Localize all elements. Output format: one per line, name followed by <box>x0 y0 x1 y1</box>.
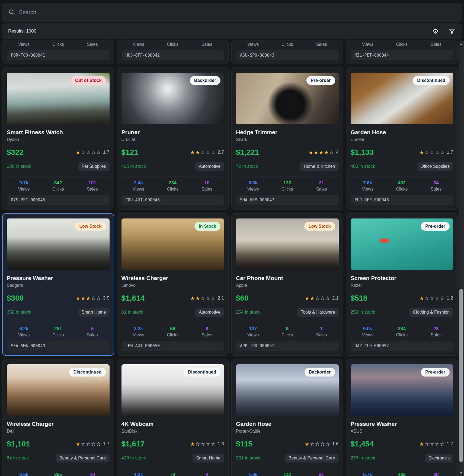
price-row: $115 ★☆☆☆☆ 1.6 <box>236 440 339 448</box>
product-card[interactable]: Discontinued 4K Webcam SanDisk $1,617 ★☆… <box>117 359 229 476</box>
product-rating: ★★☆☆☆ 2.1 <box>305 295 339 301</box>
product-card[interactable]: Backorder Garden Hose Porter-Cable $115 … <box>231 359 343 476</box>
views-count: 1.2k <box>121 472 156 476</box>
product-price: $115 <box>236 440 252 448</box>
product-card[interactable]: Discontinued Garden Hose Eureka $1,133 ★… <box>346 67 458 210</box>
product-card[interactable]: Pre-order Hedge Trimmer Shark $1,221 ★★★… <box>231 67 343 210</box>
price-row: $1,617 ★☆☆☆☆ 1.3 <box>121 440 224 448</box>
product-name: Screen Protector <box>351 275 453 281</box>
product-brand: Dell <box>7 429 110 434</box>
star-empty-icon: ☆ <box>200 441 206 447</box>
product-brand: Dyson <box>7 137 110 142</box>
scrollbar[interactable]: ▲ ▼ <box>459 41 464 476</box>
clicks-count: 56 <box>156 326 190 332</box>
sales-count: 28 <box>419 472 453 476</box>
search-input[interactable] <box>19 9 456 15</box>
views-label: Views <box>351 187 385 192</box>
sales-label: Sales <box>419 42 453 47</box>
star-filled-icon: ★ <box>309 150 314 155</box>
scroll-down-icon[interactable]: ▼ <box>459 471 464 475</box>
category-tag: Smart Home <box>78 308 110 317</box>
sales-count: 21 <box>304 472 338 476</box>
product-card-partial[interactable]: Views Clicks Sales HUS-OFF-000042 <box>117 40 229 64</box>
product-brand: Crucial <box>121 137 224 142</box>
stock-row: 428 in stock Smart Home <box>121 454 224 462</box>
star-empty-icon: ☆ <box>211 441 216 447</box>
stats-row: Views Clicks Sales <box>7 41 110 47</box>
views-label: Views <box>121 187 156 192</box>
results-bar: Results: 1000 ⚙ <box>2 23 462 39</box>
star-filled-icon: ★ <box>190 441 195 447</box>
clicks-label: Clicks <box>270 42 304 47</box>
status-badge: Discontinued <box>413 76 450 85</box>
sales-count: 101 <box>75 180 109 186</box>
stats-row: 2.4k Views 234 Clicks 10 Sales <box>121 176 224 195</box>
status-badge: Backorder <box>305 368 335 377</box>
star-empty-icon: ☆ <box>430 295 435 301</box>
price-row: $1,454 ★☆☆☆☆ 1.7 <box>351 440 453 448</box>
stock-count: 426 in stock <box>121 164 146 169</box>
star-rating-icons: ★★★☆☆ <box>76 296 101 301</box>
star-filled-icon: ★ <box>419 150 424 155</box>
sales-label: Sales <box>419 333 453 337</box>
product-rating: ★☆☆☆☆ 1.7 <box>419 150 453 155</box>
product-card[interactable]: Pre-order Pressure Washer ASUS $1,454 ★☆… <box>346 359 458 476</box>
star-filled-icon: ★ <box>419 295 424 301</box>
stats-row: 6.7k Views 482 Clicks 28 Sales <box>351 468 453 476</box>
product-rating: ★★☆☆☆ 2.1 <box>190 295 224 301</box>
product-image: Discontinued <box>351 73 453 124</box>
gear-icon[interactable]: ⚙ <box>431 27 440 35</box>
clicks-label: Clicks <box>156 187 190 192</box>
product-image: Pre-order <box>351 218 453 270</box>
clicks-count: 112 <box>270 472 304 476</box>
star-filled-icon: ★ <box>76 295 81 301</box>
views-label: Views <box>121 333 156 337</box>
stock-count: 259 in stock <box>351 310 375 315</box>
status-badge: Pre-order <box>421 368 450 377</box>
star-empty-icon: ☆ <box>206 295 211 301</box>
stock-count: 276 in stock <box>351 455 375 461</box>
star-empty-icon: ☆ <box>195 441 200 447</box>
price-row: $1,221 ★★★★☆ 4 <box>236 148 339 157</box>
product-card[interactable]: Discontinued Wireless Charger Dell $1,10… <box>2 359 114 476</box>
product-card-partial[interactable]: Views Clicks Sales MIL-PET-000044 <box>346 40 458 64</box>
clicks-count: 251 <box>41 326 75 332</box>
star-empty-icon: ☆ <box>435 441 440 447</box>
scroll-up-icon[interactable]: ▲ <box>459 42 464 46</box>
filter-icon[interactable] <box>448 27 456 35</box>
star-filled-icon: ★ <box>190 295 195 301</box>
product-card[interactable]: Low Stock Pressure Washer Seagate $309 ★… <box>2 213 114 356</box>
product-card-partial[interactable]: Views Clicks Sales POR-TOO-000041 <box>2 40 114 64</box>
clicks-label: Clicks <box>41 333 75 337</box>
stock-count: 228 in stock <box>7 164 31 169</box>
sales-label: Sales <box>75 333 109 337</box>
star-filled-icon: ★ <box>310 295 315 301</box>
stock-count: 254 in stock <box>236 310 261 315</box>
product-image: Pre-order <box>351 364 453 416</box>
product-card[interactable]: Pre-order Screen Protector Razer $518 ★☆… <box>346 213 458 356</box>
product-price: $1,614 <box>121 294 145 303</box>
views-label: Views <box>121 42 156 47</box>
sales-label: Sales <box>75 42 109 47</box>
sales-count: 1 <box>304 326 338 332</box>
product-image: Out of Stock <box>7 73 110 124</box>
product-price: $121 <box>121 148 138 157</box>
product-price: $1,101 <box>7 440 30 448</box>
clicks-label: Clicks <box>41 187 75 192</box>
views-label: Views <box>7 187 41 192</box>
category-tag: Tools & Hardware <box>297 308 338 317</box>
product-card-partial[interactable]: Views Clicks Sales ASU-SPO-000043 <box>231 40 343 64</box>
scrollbar-thumb[interactable] <box>459 289 463 462</box>
star-filled-icon: ★ <box>305 441 310 447</box>
product-card[interactable]: Low Stock Car Phone Mount Apple $60 ★★☆☆… <box>231 213 343 356</box>
category-tag: Home & Kitchen <box>300 162 339 171</box>
star-filled-icon: ★ <box>319 150 324 155</box>
views-count: 137 <box>236 326 270 332</box>
category-tag: Automotive <box>195 162 224 171</box>
product-card[interactable]: Out of Stock Smart Fitness Watch Dyson $… <box>2 67 114 210</box>
price-row: $518 ★☆☆☆☆ 1.2 <box>351 294 453 303</box>
product-card[interactable]: Backorder Pruner Crucial $121 ★★☆☆☆ 2.7 … <box>117 67 229 210</box>
product-card[interactable]: In Stock Wireless Charger Lenovo $1,614 … <box>117 213 229 356</box>
stats-row: 7.6k Views 492 Clicks 34 Sales <box>351 176 453 195</box>
product-name: 4K Webcam <box>121 421 224 427</box>
